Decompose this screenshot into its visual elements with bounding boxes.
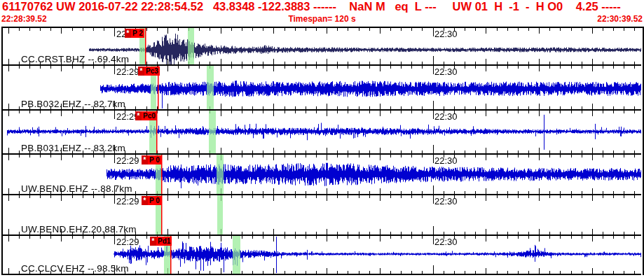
waveform-panel-6: 22:2922:30*Pd1CC.CLCV.EHZ --.98.5km — [3, 236, 641, 275]
minute-label: 22:30 — [434, 29, 458, 39]
event-summary-header: 61170762 UW 2016-07-22 22:28:54.52 43.83… — [2, 0, 644, 14]
pick-flag-label: P 2 — [131, 29, 144, 38]
pick-flag-star: * — [135, 111, 142, 120]
pick-flag-star: * — [125, 29, 131, 38]
station-channel-label: PB.B031.EHZ --.83.2km — [21, 143, 125, 153]
minute-label: 22:29 — [116, 196, 139, 206]
window-end-time: 22:30:39.52 — [597, 14, 643, 24]
station-channel-label: UW.BEND.EHZ --.88.7km — [21, 183, 132, 194]
station-channel-label: CC.CLCV.EHZ --.98.5km — [21, 263, 129, 274]
phase-pick-flag[interactable]: *Pc3 — [138, 66, 160, 76]
pick-flag-label: Pc0 — [142, 111, 157, 120]
pick-flag-label: Pc3 — [144, 66, 160, 76]
timespan-label: Timespan= 120 s — [0, 14, 644, 24]
seismogram-review-window: 61170762 UW 2016-07-22 22:28:54.52 43.83… — [0, 0, 644, 280]
pick-flag-star: * — [142, 155, 148, 164]
pick-flag-star: * — [150, 237, 156, 246]
waveform-panel-2: 22:2922:30*Pc3PB.B032.EHZ --.82.7km — [3, 66, 641, 111]
waveform-panel-1: 22:2922:30*P 2CC.CRST.BHZ --.69.4km — [3, 28, 641, 66]
waveform-panel-3: 22:2922:30*Pc0PB.B031.EHZ --.83.2km — [3, 111, 641, 155]
minute-label: 22:30 — [434, 111, 458, 122]
phase-pick-flag[interactable]: *P 0 — [142, 196, 161, 205]
minute-label: 22:29 — [116, 237, 139, 247]
time-ruler-header: 22:28:39.52 Timespan= 120 s 22:30:39.52 — [0, 13, 644, 26]
pick-flag-star: * — [142, 196, 148, 205]
minute-label: 22:30 — [434, 155, 458, 166]
minute-label: 22:30 — [434, 196, 458, 206]
station-channel-label: PB.B032.EHZ --.82.7km — [21, 99, 125, 109]
station-channel-label: CC.CRST.BHZ --.69.4km — [21, 54, 129, 64]
pick-flag-star: * — [138, 66, 144, 76]
pick-flag-label: P 0 — [148, 155, 161, 164]
minute-label: 22:29 — [116, 66, 139, 77]
minute-label: 22:30 — [434, 66, 458, 77]
waveform-panel-stack: 22:2922:30*P 2CC.CRST.BHZ --.69.4km22:29… — [1, 27, 644, 275]
waveform-panel-4: 22:2922:30*P 0UW.BEND.EHZ --.88.7km — [3, 155, 641, 195]
phase-pick-flag[interactable]: *Pd1 — [150, 237, 172, 246]
station-channel-label: UW.BEND.EHZ.20.88.7km — [21, 224, 137, 234]
minute-label: 22:30 — [434, 237, 458, 247]
phase-pick-flag[interactable]: *P 2 — [125, 29, 144, 38]
phase-pick-flag[interactable]: *P 0 — [142, 155, 161, 164]
waveform-panel-5: 22:2922:30*P 0UW.BEND.EHZ.20.88.7km — [3, 195, 641, 236]
phase-pick-flag[interactable]: *Pc0 — [135, 111, 157, 120]
pick-flag-label: Pd1 — [156, 237, 172, 246]
pick-flag-label: P 0 — [148, 196, 161, 205]
minute-label: 22:29 — [116, 155, 139, 166]
